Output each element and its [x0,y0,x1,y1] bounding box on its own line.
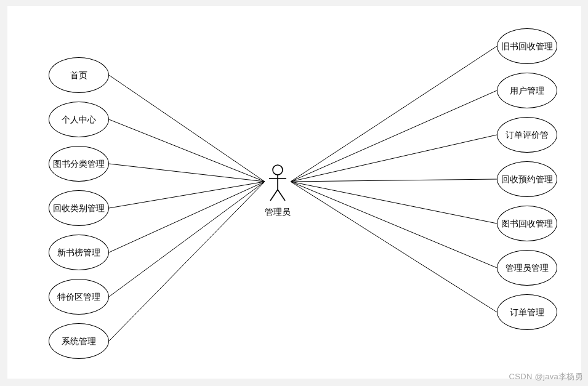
usecase-order-review: 订单评价管 [497,117,557,153]
diagram-canvas: 首页 个人中心 图书分类管理 回收类别管理 新书榜管理 特价区管理 系统管理 旧… [7,6,581,379]
actor-label: 管理员 [265,207,291,218]
svg-line-1 [109,119,265,182]
svg-point-14 [273,165,283,175]
usecase-label: 首页 [70,70,87,81]
person-icon [265,164,291,202]
usecase-order-mgmt: 订单管理 [497,294,557,330]
usecase-label: 订单管理 [510,307,544,318]
usecase-label: 系统管理 [62,336,96,347]
svg-line-18 [278,190,285,201]
usecase-newbook: 新书榜管理 [49,235,109,270]
svg-line-7 [291,46,497,182]
usecase-system: 系统管理 [49,323,109,359]
svg-line-3 [109,182,265,208]
svg-line-6 [109,182,265,341]
usecase-recycle-booking: 回收预约管理 [497,161,557,197]
usecase-home: 首页 [49,57,109,93]
usecase-book-recycle: 图书回收管理 [497,206,557,241]
usecase-profile: 个人中心 [49,102,109,137]
usecase-label: 特价区管理 [57,291,100,302]
usecase-label: 图书回收管理 [501,218,553,229]
svg-line-0 [109,75,265,182]
svg-line-11 [291,182,497,223]
svg-line-12 [291,182,497,268]
usecase-label: 旧书回收管理 [501,41,553,52]
watermark: CSDN @java李杨勇 [509,371,583,382]
svg-line-5 [109,182,265,297]
usecase-label: 新书榜管理 [57,247,100,258]
svg-line-17 [270,190,278,201]
actor-admin: 管理员 [265,164,291,218]
usecase-user-mgmt: 用户管理 [497,73,557,108]
usecase-label: 回收类别管理 [53,203,105,214]
usecase-label: 图书分类管理 [53,158,105,169]
usecase-book-category: 图书分类管理 [49,146,109,182]
usecase-label: 个人中心 [62,114,96,125]
usecase-discount: 特价区管理 [49,279,109,315]
svg-line-13 [291,182,497,312]
svg-line-8 [291,90,497,182]
usecase-admin-mgmt: 管理员管理 [497,250,557,286]
usecase-oldbook-recycle: 旧书回收管理 [497,28,557,64]
usecase-label: 订单评价管 [505,129,549,140]
svg-line-10 [291,179,497,182]
svg-line-2 [109,164,265,182]
svg-line-4 [109,182,265,252]
svg-line-9 [291,135,497,182]
usecase-label: 用户管理 [510,85,544,96]
usecase-recycle-category: 回收类别管理 [49,190,109,226]
usecase-label: 回收预约管理 [501,174,553,185]
usecase-label: 管理员管理 [505,262,549,273]
